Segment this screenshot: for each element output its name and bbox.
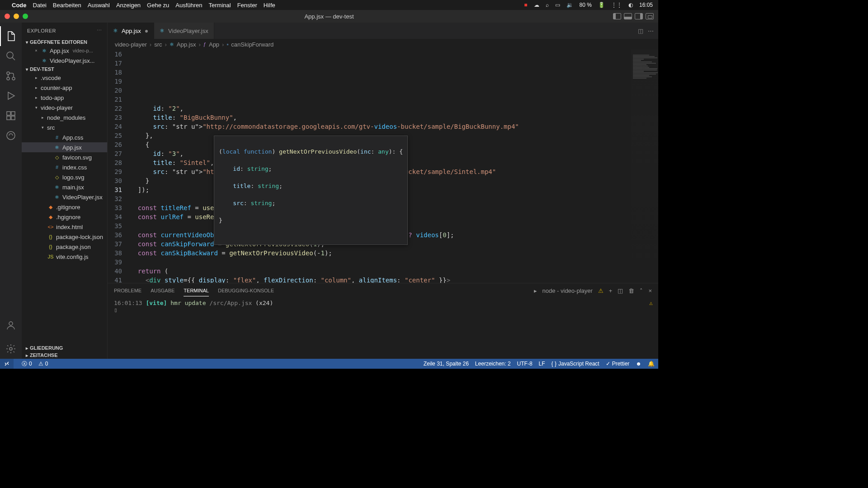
file-item[interactable]: ◆.hgignore bbox=[22, 212, 107, 222]
menu-edit[interactable]: Bearbeiten bbox=[53, 2, 81, 9]
menu-go[interactable]: Gehe zu bbox=[147, 2, 169, 9]
folder-item[interactable]: ▾src bbox=[22, 122, 107, 132]
folder-item[interactable]: ▾video-player bbox=[22, 103, 107, 113]
folder-item[interactable]: ▸node_modules bbox=[22, 113, 107, 122]
terminal-body[interactable]: 16:01:13 [vite] hmr update /src/App.jsx … bbox=[108, 298, 658, 359]
more-actions-icon[interactable]: ⋯ bbox=[648, 28, 654, 34]
extensions-icon[interactable] bbox=[0, 106, 22, 126]
file-item[interactable]: {}package-lock.json bbox=[22, 232, 107, 242]
breadcrumbs[interactable]: video-player › src › ⚛ App.jsx › ƒ App ›… bbox=[108, 39, 658, 50]
minimize-window-button[interactable] bbox=[14, 14, 19, 19]
new-terminal-icon[interactable]: + bbox=[609, 287, 613, 294]
tool-icon[interactable]: ⌕ bbox=[546, 2, 549, 8]
folder-item[interactable]: ▸counter-app bbox=[22, 83, 107, 93]
remote-icon[interactable] bbox=[0, 126, 22, 145]
battery-icon[interactable]: 🔋 bbox=[598, 2, 605, 8]
run-debug-icon[interactable] bbox=[0, 86, 22, 106]
menu-terminal[interactable]: Terminal bbox=[209, 2, 231, 9]
file-item[interactable]: ◇logo.svg bbox=[22, 172, 107, 182]
wifi-icon[interactable]: ⋮⋮ bbox=[611, 2, 622, 8]
close-window-button[interactable] bbox=[5, 14, 10, 19]
breadcrumb-item[interactable]: App.jsx bbox=[177, 41, 196, 48]
panel-tab-problems[interactable]: PROBLEME bbox=[114, 285, 142, 296]
section-outline[interactable]: ▸ GLIEDERUNG bbox=[22, 344, 107, 352]
terminal-process-label[interactable]: node - video-player bbox=[542, 287, 593, 294]
terminal-process-icon[interactable]: ▸ bbox=[534, 287, 537, 294]
sound-icon[interactable]: 🔉 bbox=[566, 2, 573, 8]
status-cursor-position[interactable]: Zeile 31, Spalte 26 bbox=[424, 361, 469, 367]
source-control-icon[interactable] bbox=[0, 66, 22, 86]
trash-icon[interactable]: 🗑 bbox=[628, 287, 634, 294]
editor-tab[interactable]: ⚛ App.jsx ● bbox=[108, 23, 154, 39]
editor-tab[interactable]: ⚛ VideoPlayer.jsx bbox=[154, 23, 214, 39]
explorer-icon[interactable] bbox=[0, 26, 22, 46]
panel-tab-terminal[interactable]: TERMINAL bbox=[184, 285, 209, 296]
breadcrumb-item[interactable]: App bbox=[209, 41, 219, 48]
menu-view[interactable]: Anzeigen bbox=[116, 2, 141, 9]
breadcrumb-item[interactable]: canSkipForward bbox=[231, 41, 274, 48]
customize-layout-icon[interactable] bbox=[646, 13, 654, 19]
file-item[interactable]: ⚛VideoPlayer.jsx bbox=[22, 192, 107, 202]
section-workspace[interactable]: ▾ DEV-TEST bbox=[22, 66, 107, 73]
layout-sidebar-left-icon[interactable] bbox=[613, 13, 621, 19]
open-editor-item[interactable]: × ⚛ App.jsx video-p... bbox=[22, 46, 107, 56]
split-editor-icon[interactable]: ◫ bbox=[638, 28, 643, 34]
file-item[interactable]: ◇favicon.svg bbox=[22, 152, 107, 162]
status-encoding[interactable]: UTF-8 bbox=[517, 361, 533, 367]
clock[interactable]: 16:05 bbox=[639, 2, 653, 8]
open-editor-item[interactable]: ⚛ VideoPlayer.jsx... bbox=[22, 56, 107, 66]
menu-file[interactable]: Datei bbox=[33, 2, 47, 9]
settings-gear-icon[interactable] bbox=[0, 339, 22, 359]
file-item[interactable]: ⚛main.jsx bbox=[22, 182, 107, 192]
file-item[interactable]: #index.css bbox=[22, 162, 107, 172]
section-timeline[interactable]: ▸ ZEITACHSE bbox=[22, 352, 107, 359]
status-errors[interactable]: ⓧ 0 bbox=[22, 360, 32, 368]
menu-help[interactable]: Hilfe bbox=[264, 2, 275, 9]
layout-sidebar-right-icon[interactable] bbox=[635, 13, 643, 19]
file-item[interactable]: #App.css bbox=[22, 132, 107, 142]
control-center-icon[interactable]: ◐ bbox=[628, 2, 633, 8]
status-indentation[interactable]: Leerzeichen: 2 bbox=[475, 361, 511, 367]
breadcrumb-item[interactable]: src bbox=[154, 41, 162, 48]
battery-label[interactable]: 80 % bbox=[580, 2, 592, 8]
code-editor[interactable]: 1617181920212223242526272829303132333435… bbox=[108, 50, 658, 283]
minimap[interactable] bbox=[631, 50, 658, 283]
recording-icon[interactable]: ■ bbox=[524, 2, 527, 8]
menu-run[interactable]: Ausführen bbox=[175, 2, 202, 9]
split-terminal-icon[interactable]: ◫ bbox=[618, 287, 623, 294]
layout-panel-bottom-icon[interactable] bbox=[624, 13, 632, 19]
warning-icon[interactable]: ⚠ bbox=[598, 287, 604, 294]
section-open-editors[interactable]: ▾ GEÖFFNETE EDITOREN bbox=[22, 38, 107, 46]
file-item[interactable]: ⚛App.jsx bbox=[22, 142, 107, 152]
cloud-icon[interactable]: ☁ bbox=[534, 2, 539, 8]
status-eol[interactable]: LF bbox=[539, 361, 545, 367]
panel-tab-debug[interactable]: DEBUGGING-KONSOLE bbox=[218, 285, 274, 296]
file-item[interactable]: {}package.json bbox=[22, 242, 107, 252]
search-icon[interactable] bbox=[0, 46, 22, 66]
line-number-gutter[interactable]: 1617181920212223242526272829303132333435… bbox=[108, 50, 130, 283]
status-warnings[interactable]: ⚠ 0 bbox=[38, 361, 48, 367]
file-item[interactable]: <>index.html bbox=[22, 222, 107, 232]
status-language[interactable]: { } JavaScript React bbox=[552, 361, 599, 367]
remote-indicator[interactable] bbox=[0, 359, 14, 369]
close-icon[interactable]: × bbox=[33, 48, 39, 53]
accounts-icon[interactable] bbox=[0, 315, 22, 335]
app-name[interactable]: Code bbox=[12, 2, 27, 9]
file-item[interactable]: JSvite.config.js bbox=[22, 252, 107, 262]
status-prettier[interactable]: ✓ Prettier bbox=[606, 361, 630, 367]
bell-icon[interactable]: 🔔 bbox=[648, 361, 655, 367]
menu-selection[interactable]: Auswahl bbox=[88, 2, 110, 9]
folder-item[interactable]: ▸todo-app bbox=[22, 93, 107, 103]
file-item[interactable]: ◆.gitignore bbox=[22, 202, 107, 212]
code-content[interactable]: (local function) getNextOrPreviousVideo(… bbox=[130, 50, 658, 283]
tab-dirty-icon[interactable]: ● bbox=[145, 27, 148, 34]
breadcrumb-item[interactable]: video-player bbox=[115, 41, 147, 48]
feedback-icon[interactable]: ☻ bbox=[636, 361, 642, 367]
more-actions-icon[interactable]: ⋯ bbox=[97, 28, 102, 33]
close-panel-icon[interactable]: × bbox=[648, 287, 652, 294]
warning-icon[interactable]: ⚠ bbox=[649, 300, 653, 306]
menu-window[interactable]: Fenster bbox=[237, 2, 257, 9]
folder-item[interactable]: ▸.vscode bbox=[22, 73, 107, 83]
maximize-window-button[interactable] bbox=[23, 14, 28, 19]
chevron-up-icon[interactable]: ˄ bbox=[640, 287, 643, 294]
